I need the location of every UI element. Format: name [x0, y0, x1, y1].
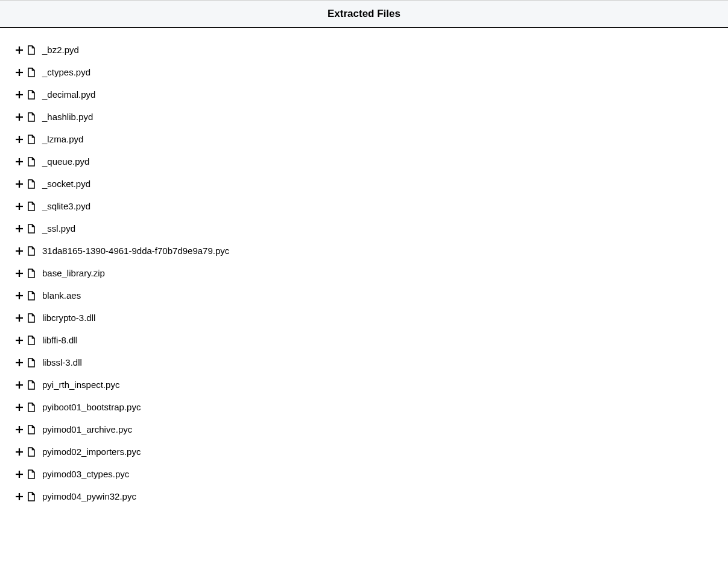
plus-icon[interactable]	[14, 45, 24, 55]
file-item[interactable]: _lzma.pyd	[14, 128, 714, 150]
file-icon	[27, 447, 36, 457]
file-name-label: _socket.pyd	[42, 179, 90, 189]
file-icon	[27, 469, 36, 479]
file-item[interactable]: _hashlib.pyd	[14, 106, 714, 128]
plus-icon[interactable]	[14, 492, 24, 501]
file-icon	[27, 135, 36, 144]
plus-icon[interactable]	[14, 224, 24, 234]
file-name-label: _lzma.pyd	[42, 134, 83, 144]
file-name-label: _ctypes.pyd	[42, 67, 90, 77]
file-item[interactable]: 31da8165-1390-4961-9dda-f70b7d9e9a79.pyc	[14, 240, 714, 262]
file-name-label: _queue.pyd	[42, 156, 89, 167]
plus-icon[interactable]	[14, 291, 24, 300]
plus-icon[interactable]	[14, 68, 24, 77]
file-name-label: pyimod01_archive.pyc	[42, 424, 132, 434]
page-title: Extracted Files	[328, 8, 400, 19]
file-icon	[27, 380, 36, 390]
file-item[interactable]: _queue.pyd	[14, 150, 714, 173]
file-icon	[27, 358, 36, 367]
file-name-label: base_library.zip	[42, 268, 105, 278]
file-icon	[27, 291, 36, 300]
file-item[interactable]: pyimod04_pywin32.pyc	[14, 485, 714, 507]
file-item[interactable]: _sqlite3.pyd	[14, 195, 714, 217]
file-icon	[27, 246, 36, 256]
file-list: _bz2.pyd_ctypes.pyd_decimal.pyd_hashlib.…	[0, 28, 728, 518]
file-icon	[27, 179, 36, 189]
file-icon	[27, 402, 36, 412]
plus-icon[interactable]	[14, 135, 24, 144]
plus-icon[interactable]	[14, 246, 24, 256]
file-item[interactable]: _bz2.pyd	[14, 39, 714, 61]
file-name-label: _sqlite3.pyd	[42, 201, 90, 211]
plus-icon[interactable]	[14, 469, 24, 479]
file-name-label: pyiboot01_bootstrap.pyc	[42, 402, 141, 412]
file-icon	[27, 45, 36, 55]
file-name-label: _hashlib.pyd	[42, 112, 93, 122]
file-name-label: blank.aes	[42, 290, 81, 300]
file-item[interactable]: pyimod01_archive.pyc	[14, 418, 714, 440]
file-item[interactable]: libcrypto-3.dll	[14, 307, 714, 329]
file-name-label: libssl-3.dll	[42, 357, 82, 367]
file-icon	[27, 335, 36, 345]
file-icon	[27, 269, 36, 278]
file-item[interactable]: _ssl.pyd	[14, 217, 714, 240]
file-name-label: _bz2.pyd	[42, 45, 79, 55]
file-item[interactable]: _socket.pyd	[14, 173, 714, 195]
plus-icon[interactable]	[14, 179, 24, 189]
file-name-label: _ssl.pyd	[42, 223, 75, 234]
plus-icon[interactable]	[14, 112, 24, 122]
file-icon	[27, 313, 36, 323]
plus-icon[interactable]	[14, 269, 24, 278]
plus-icon[interactable]	[14, 157, 24, 167]
file-name-label: pyi_rth_inspect.pyc	[42, 380, 119, 390]
file-item[interactable]: pyimod03_ctypes.pyc	[14, 463, 714, 485]
file-icon	[27, 202, 36, 211]
file-name-label: 31da8165-1390-4961-9dda-f70b7d9e9a79.pyc	[42, 246, 229, 256]
file-icon	[27, 68, 36, 77]
file-icon	[27, 224, 36, 234]
plus-icon[interactable]	[14, 447, 24, 457]
file-item[interactable]: base_library.zip	[14, 262, 714, 284]
file-name-label: pyimod04_pywin32.pyc	[42, 491, 136, 501]
file-icon	[27, 112, 36, 122]
file-icon	[27, 425, 36, 434]
file-item[interactable]: libssl-3.dll	[14, 351, 714, 374]
plus-icon[interactable]	[14, 402, 24, 412]
file-item[interactable]: pyimod02_importers.pyc	[14, 440, 714, 463]
plus-icon[interactable]	[14, 90, 24, 100]
file-name-label: pyimod02_importers.pyc	[42, 447, 141, 457]
file-icon	[27, 492, 36, 501]
file-name-label: libffi-8.dll	[42, 335, 78, 345]
file-item[interactable]: blank.aes	[14, 284, 714, 307]
plus-icon[interactable]	[14, 335, 24, 345]
file-icon	[27, 90, 36, 100]
file-icon	[27, 157, 36, 167]
file-item[interactable]: pyiboot01_bootstrap.pyc	[14, 396, 714, 418]
file-item[interactable]: _ctypes.pyd	[14, 61, 714, 83]
file-name-label: libcrypto-3.dll	[42, 313, 95, 323]
plus-icon[interactable]	[14, 202, 24, 211]
plus-icon[interactable]	[14, 425, 24, 434]
page-header: Extracted Files	[0, 0, 728, 28]
plus-icon[interactable]	[14, 380, 24, 390]
file-item[interactable]: libffi-8.dll	[14, 329, 714, 351]
file-name-label: pyimod03_ctypes.pyc	[42, 469, 129, 479]
file-name-label: _decimal.pyd	[42, 89, 95, 100]
file-item[interactable]: _decimal.pyd	[14, 83, 714, 106]
plus-icon[interactable]	[14, 313, 24, 323]
plus-icon[interactable]	[14, 358, 24, 367]
file-item[interactable]: pyi_rth_inspect.pyc	[14, 374, 714, 396]
